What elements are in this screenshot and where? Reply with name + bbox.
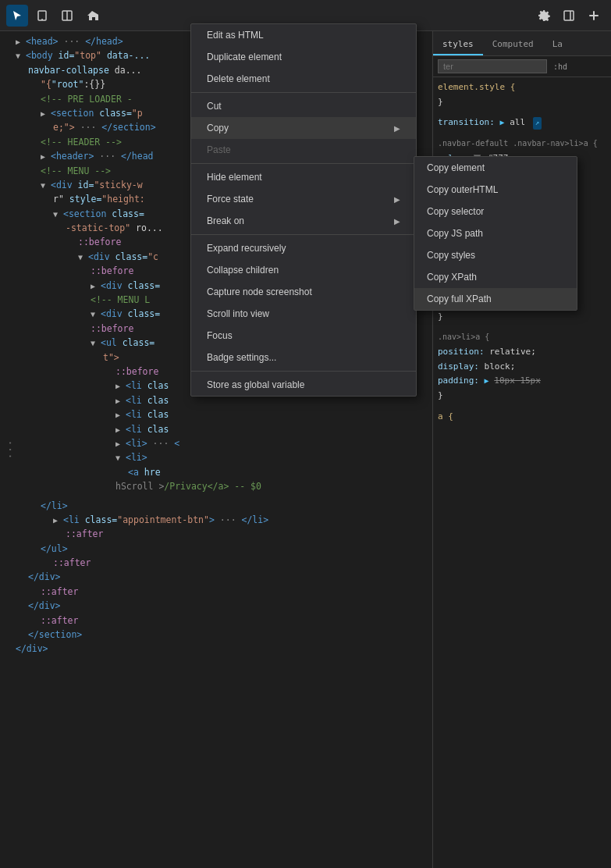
css-block-element-style: element.style { } [438, 80, 606, 109]
menu-label: Focus [207, 330, 233, 341]
menu-item-store-global[interactable]: Store as global variable [191, 374, 416, 396]
context-menu: Edit as HTML Duplicate element Delete el… [190, 23, 417, 397]
menu-label: Collapse children [207, 265, 279, 276]
submenu-item-copy-styles[interactable]: Copy styles [414, 244, 577, 266]
menu-label: Edit as HTML [207, 30, 264, 41]
submenu-arrow-icon: ▶ [394, 195, 400, 204]
menu-label: Delete element [207, 73, 270, 84]
css-selector-line: a { [438, 410, 606, 425]
css-rule-position: position: relative; [438, 345, 606, 360]
submenu-arrow-icon: ▶ [394, 217, 400, 226]
menu-item-delete[interactable]: Delete element [191, 68, 416, 90]
css-selector-line: element.style { [438, 80, 606, 95]
dom-line: </div> [0, 642, 432, 656]
dom-line: ▶ <li clas [0, 422, 432, 436]
menu-item-focus[interactable]: Focus [191, 325, 416, 347]
dom-line: ::after [0, 556, 432, 570]
menu-label: Paste [207, 144, 231, 155]
menu-label: Duplicate element [207, 52, 282, 62]
menu-label: Badge settings... [207, 352, 276, 363]
menu-item-edit-html[interactable]: Edit as HTML [191, 24, 416, 46]
menu-label: Cut [207, 101, 222, 112]
menu-item-duplicate[interactable]: Duplicate element [191, 46, 416, 68]
dom-line: ▶ <li class="appointment-btn"> ··· </li> [0, 513, 432, 527]
dom-bottom-section: </li> ▶ <li class="appointment-btn"> ···… [0, 494, 432, 656]
css-close: } [438, 389, 606, 404]
menu-label: Break on [207, 215, 244, 226]
css-block-transition: transition: ▶ all ↗ [438, 116, 606, 130]
dom-line: ::after [0, 527, 432, 541]
css-rule-padding: padding: ▶ 10px 15px [438, 374, 606, 389]
dom-line: </section> [0, 628, 432, 642]
submenu-arrow-icon: ▶ [394, 124, 400, 133]
dom-line: ▶ <li clas [0, 407, 432, 422]
menu-label: Force state [207, 194, 254, 205]
tab-layout[interactable]: La [543, 34, 572, 55]
menu-item-paste: Paste [191, 139, 416, 161]
submenu-item-copy-outerhtml[interactable]: Copy outerHTML [414, 179, 577, 201]
menu-label: Expand recursively [207, 243, 286, 254]
css-selector-line: .nav>li>a { [438, 330, 606, 345]
submenu-item-copy-jspath[interactable]: Copy JS path [414, 222, 577, 244]
menu-item-break-on[interactable]: Break on ▶ [191, 210, 416, 232]
menu-item-cut[interactable]: Cut [191, 95, 416, 117]
dom-line: ::after [0, 585, 432, 599]
menu-item-expand[interactable]: Expand recursively [191, 237, 416, 259]
css-block-a: a { [438, 410, 606, 425]
css-rule-display: display: block; [438, 360, 606, 375]
css-close: } [438, 95, 606, 110]
submenu-item-copy-selector[interactable]: Copy selector [414, 201, 577, 222]
submenu-item-copy-xpath[interactable]: Copy XPath [414, 266, 577, 288]
menu-item-badge[interactable]: Badge settings... [191, 347, 416, 368]
css-selector-line: .navbar-default .navbar-nav>li>a { [438, 137, 606, 151]
dom-line: ▼ <li> [0, 450, 432, 464]
css-block-nav-li-a: .nav>li>a { position: relative; display:… [438, 330, 606, 403]
styles-tabs: styles Computed La [433, 31, 611, 56]
tab-styles[interactable]: styles [433, 34, 483, 55]
styles-filter-input[interactable] [438, 59, 547, 73]
side-dots: ··· [2, 439, 19, 459]
menu-separator [191, 92, 416, 93]
svg-rect-0 [38, 11, 46, 20]
submenu-item-copy-element[interactable]: Copy element [414, 157, 577, 179]
dom-line: hScroll >/Privacy</a> -- $0 [0, 479, 432, 493]
dom-line: </ul> [0, 542, 432, 556]
panel-right-icon[interactable] [558, 5, 580, 27]
device-icon[interactable] [31, 5, 53, 27]
submenu-item-copy-full-xpath[interactable]: Copy full XPath [414, 288, 577, 310]
dom-line: <a hre [0, 465, 432, 479]
menu-label: Scroll into view [207, 308, 269, 319]
dom-line: </li> [0, 499, 432, 513]
collapse-triangle[interactable]: ▶ [16, 37, 20, 46]
menu-item-copy[interactable]: Copy ▶ [191, 117, 416, 139]
svg-rect-4 [564, 11, 574, 20]
cursor-icon[interactable] [6, 5, 28, 27]
styles-search-bar: :hd [433, 56, 611, 77]
tab-computed[interactable]: Computed [483, 34, 543, 55]
collapse-triangle[interactable]: ▼ [16, 52, 20, 60]
menu-item-hide[interactable]: Hide element [191, 166, 416, 188]
menu-item-screenshot[interactable]: Capture node screenshot [191, 281, 416, 303]
menu-item-collapse[interactable]: Collapse children [191, 259, 416, 281]
css-rule-line: transition: ▶ all ↗ [438, 116, 606, 130]
hd-button[interactable]: :hd [550, 62, 570, 72]
home-icon[interactable] [81, 5, 103, 27]
menu-item-scroll[interactable]: Scroll into view [191, 303, 416, 325]
dom-line: ::after [0, 614, 432, 628]
menu-item-force-state[interactable]: Force state ▶ [191, 188, 416, 210]
copy-submenu: Copy element Copy outerHTML Copy selecto… [414, 156, 577, 311]
add-icon[interactable] [583, 5, 605, 27]
dom-line: </div> [0, 570, 432, 584]
menu-label: Copy [207, 123, 229, 133]
dom-line: ▶ <li> ··· < [0, 436, 432, 450]
transition-badge: ↗ [533, 117, 542, 129]
menu-label: Hide element [207, 172, 262, 183]
menu-separator [191, 163, 416, 164]
panel-icon[interactable] [56, 5, 78, 27]
menu-label: Capture node screenshot [207, 286, 312, 297]
menu-separator [191, 371, 416, 372]
settings-icon[interactable] [533, 5, 555, 27]
dom-line: </div> [0, 599, 432, 613]
menu-label: Store as global variable [207, 379, 304, 390]
css-close: } [438, 310, 606, 325]
